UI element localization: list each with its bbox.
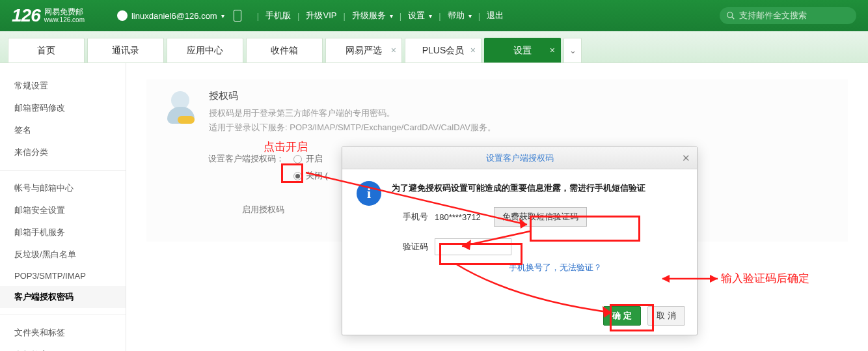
sidebar-item-8[interactable]: POP3/SMTP/IMAP (0, 266, 126, 286)
svg-point-0 (727, 12, 733, 18)
topmenu-vip[interactable]: 升级VIP (306, 10, 336, 21)
enable-authcode-label: 启用授权码 (200, 204, 284, 216)
sidebar-item-5[interactable]: 邮箱安全设置 (0, 199, 126, 221)
tab-5[interactable]: PLUS会员× (405, 38, 481, 63)
radio-close[interactable] (293, 172, 302, 180)
avatar-icon (117, 10, 128, 21)
sidebar-divider (0, 315, 126, 315)
user-key-icon (163, 90, 200, 126)
tab-2[interactable]: 应用中心 (167, 38, 243, 63)
sidebar-item-3[interactable]: 来信分类 (0, 141, 126, 163)
close-icon[interactable]: × (550, 45, 555, 55)
ok-button[interactable]: 确 定 (603, 306, 641, 326)
sidebar-item-4[interactable]: 帐号与邮箱中心 (0, 177, 126, 199)
search-placeholder: 支持邮件全文搜索 (739, 10, 807, 21)
sidebar-item-0[interactable]: 常规设置 (0, 75, 126, 97)
code-input[interactable] (435, 238, 511, 255)
chevron-down-icon: ▾ (221, 12, 224, 20)
topmenu-mobile[interactable]: 手机版 (265, 10, 291, 21)
close-icon[interactable]: ✕ (682, 152, 690, 164)
phone-changed-link[interactable]: 手机换号了，无法验证？ (509, 262, 602, 274)
code-label: 验证码 (392, 241, 428, 253)
tab-label: 首页 (37, 45, 55, 57)
sidebar-item-10[interactable]: 文件夹和标签 (0, 322, 126, 344)
tab-0[interactable]: 首页 (8, 38, 85, 63)
dialog-title: 设置客户端授权码 (486, 152, 554, 164)
tab-6[interactable]: 设置× (484, 38, 561, 63)
search-box[interactable]: 支持邮件全文搜索 (720, 7, 856, 24)
cancel-button[interactable]: 取 消 (647, 306, 685, 326)
brand-logo: 126 (12, 5, 40, 26)
tab-4[interactable]: 网易严选× (325, 38, 402, 63)
tab-more-button[interactable]: ⌄ (563, 38, 582, 63)
topmenu-settings[interactable]: 设置▾ (408, 10, 432, 21)
tab-label: 收件箱 (271, 45, 298, 57)
svg-line-1 (732, 17, 735, 20)
panel-title: 授权码 (209, 90, 496, 102)
radio-open[interactable] (293, 155, 302, 163)
phone-icon[interactable] (234, 10, 241, 21)
sidebar-item-6[interactable]: 邮箱手机服务 (0, 221, 126, 244)
tab-label: 通讯录 (112, 45, 139, 57)
get-sms-button[interactable]: 免费获取短信验证码 (494, 207, 587, 227)
tab-1[interactable]: 通讯录 (87, 38, 164, 63)
sms-verify-dialog: 设置客户端授权码 ✕ i 为了避免授权码设置可能造成的重要信息泄露，需进行手机短… (342, 147, 698, 335)
tab-label: 设置 (513, 45, 532, 57)
sidebar-item-11[interactable]: 多标签窗口 (0, 344, 126, 351)
tab-strip: 首页通讯录应用中心收件箱网易严选×PLUS会员×设置×⌄ (0, 31, 868, 63)
top-menu: |手机版 |升级VIP |升级服务▾ |设置▾ |帮助▾ |退出 (251, 10, 504, 21)
tab-label: 应用中心 (187, 45, 223, 57)
phone-label: 手机号 (392, 211, 428, 223)
account-email: linuxdaniel6@126.com (131, 11, 217, 21)
tab-3[interactable]: 收件箱 (246, 38, 323, 63)
info-icon: i (357, 181, 381, 206)
dialog-message: 为了避免授权码设置可能造成的重要信息泄露，需进行手机短信验证 (392, 181, 683, 195)
phone-value: 180****3712 (435, 212, 481, 222)
sidebar-item-9[interactable]: 客户端授权密码 (0, 286, 126, 308)
topmenu-upgrade[interactable]: 升级服务▾ (352, 10, 393, 21)
brand-sub: 网易免费邮 www.126.com (44, 8, 85, 23)
settings-sidebar: 常规设置邮箱密码修改签名来信分类帐号与邮箱中心邮箱安全设置邮箱手机服务反垃圾/黑… (0, 63, 126, 351)
panel-desc: 授权码是用于登录第三方邮件客户端的专用密码。 适用于登录以下服务: POP3/I… (209, 106, 496, 135)
sidebar-item-7[interactable]: 反垃圾/黑白名单 (0, 244, 126, 266)
topmenu-help[interactable]: 帮助▾ (448, 10, 472, 21)
sidebar-divider (0, 170, 126, 171)
account-menu[interactable]: linuxdaniel6@126.com ▾ (117, 10, 224, 21)
set-authcode-label: 设置客户端授权码： (200, 153, 284, 165)
radio-close-label: 关闭 ( (306, 170, 328, 182)
tab-label: PLUS会员 (422, 45, 465, 57)
dialog-titlebar: 设置客户端授权码 ✕ (342, 147, 697, 169)
radio-open-label: 开启 (306, 153, 323, 165)
sidebar-item-2[interactable]: 签名 (0, 119, 126, 141)
close-icon[interactable]: × (391, 45, 396, 55)
close-icon[interactable]: × (470, 45, 476, 55)
search-icon (726, 11, 735, 20)
topmenu-logout[interactable]: 退出 (487, 10, 504, 21)
tab-label: 网易严选 (346, 45, 382, 57)
sidebar-item-1[interactable]: 邮箱密码修改 (0, 97, 126, 119)
top-bar: 126 网易免费邮 www.126.com linuxdaniel6@126.c… (0, 0, 868, 31)
